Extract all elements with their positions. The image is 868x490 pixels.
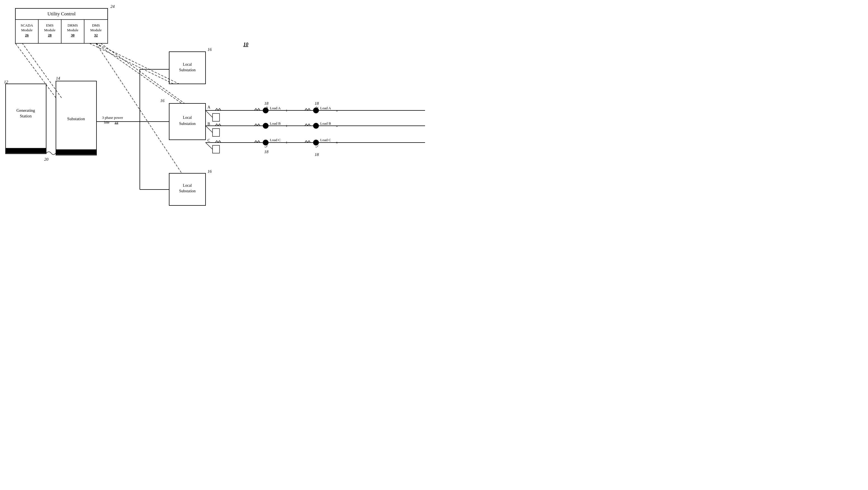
phase-a-label: A (208, 105, 211, 109)
substation-label: Substation (67, 117, 85, 121)
switch-c1 (254, 140, 260, 142)
dashed-to-top-sub1 (96, 43, 179, 84)
ref-12: 12 (4, 80, 8, 84)
local-substation-mid-label2: Substation (179, 122, 195, 126)
dms-sublabel: Module (90, 28, 102, 32)
connect-a-box (206, 110, 213, 118)
switch-b-near (215, 124, 221, 126)
utility-control-label: Utility Control (48, 11, 76, 17)
wave-c1 (265, 145, 267, 147)
load-cn-sub: n (336, 140, 338, 144)
ems-ref: 28 (48, 33, 52, 37)
generating-station-base (6, 148, 46, 153)
scada-sublabel: Module (21, 28, 33, 32)
phase-b-label: B (208, 122, 210, 126)
drms-ref: 30 (71, 33, 75, 37)
load-c1-node (263, 140, 269, 145)
ref-20: 20 (44, 157, 49, 162)
load-c1-sub: 1 (286, 140, 287, 144)
ref-18-an: 18 (315, 101, 319, 106)
dashed-to-mid-sub1 (96, 43, 182, 103)
load-bn-label: Load B (320, 121, 331, 126)
phase-a-box (213, 113, 219, 121)
switch-b1 (254, 124, 260, 126)
ref-14: 14 (56, 76, 60, 80)
ref-18-cn: 18 (315, 152, 319, 157)
local-substation-bot-label2: Substation (179, 189, 195, 193)
switch-cn (305, 140, 310, 142)
switch-an (305, 108, 310, 110)
diagram-container: Utility Control SCADA Module 26 EMS Modu… (0, 0, 434, 245)
load-an-node (313, 108, 319, 113)
ems-sublabel: Module (44, 28, 56, 32)
ref-24: 24 (111, 4, 115, 9)
generating-station-label2: Station (20, 114, 32, 118)
generating-station-box (6, 84, 46, 154)
drms-sublabel: Module (67, 28, 79, 32)
ems-label: EMS (46, 23, 54, 27)
power-line-label1: 3 phase power (102, 116, 123, 120)
load-cn-node (313, 140, 319, 145)
dms-ref: 32 (94, 33, 98, 37)
load-b1-label: Load B (270, 121, 281, 126)
local-substation-bot-label1: Local (183, 183, 192, 188)
switch-a1 (254, 108, 260, 110)
ref-16-top: 16 (208, 47, 212, 52)
wavy-connection (46, 152, 56, 155)
phase-c-box (213, 145, 219, 153)
drms-label: DRMS (68, 23, 78, 27)
ref-16-bot: 16 (208, 169, 212, 173)
power-line-ref: 22 (115, 120, 118, 124)
dashed-to-bot-sub (96, 43, 182, 173)
load-bn-node (313, 123, 319, 129)
load-an-label: Load A (320, 106, 331, 110)
scada-ref: 26 (25, 33, 29, 37)
ref-16-mid: 16 (160, 98, 165, 103)
switch-a-near (215, 108, 221, 110)
load-a1-label: Load A (270, 106, 281, 110)
scada-label: SCADA (21, 23, 33, 27)
switch-bn (305, 124, 310, 126)
generating-station-label1: Generating (17, 108, 35, 112)
load-c1-label: Load C (270, 138, 281, 142)
load-a1-node (263, 108, 269, 113)
substation-base (56, 150, 96, 155)
local-substation-top-label1: Local (183, 62, 192, 67)
phase-b-box (213, 129, 219, 136)
connect-b-box (206, 126, 213, 132)
ref-10: 10 (243, 42, 248, 47)
wave-cn (315, 145, 318, 147)
load-cn-label: Load C (320, 138, 331, 142)
local-substation-mid-label1: Local (183, 116, 192, 120)
connect-c-box (206, 142, 213, 149)
local-substation-top-label2: Substation (179, 68, 195, 72)
load-b1-node (263, 123, 269, 129)
power-line-label2: line (104, 120, 110, 124)
load-an-sub: n (336, 109, 338, 112)
ref-18-a1: 18 (264, 101, 269, 106)
load-bn-sub: n (336, 124, 338, 127)
load-a1-sub: 1 (286, 109, 287, 112)
phase-c-label: C (208, 138, 210, 142)
ref-18-c1: 18 (264, 150, 269, 154)
dms-label: DMS (92, 23, 100, 27)
dashed-to-top-sub2 (90, 43, 174, 84)
load-b1-sub: 1 (286, 124, 287, 127)
switch-c-near (215, 140, 221, 142)
